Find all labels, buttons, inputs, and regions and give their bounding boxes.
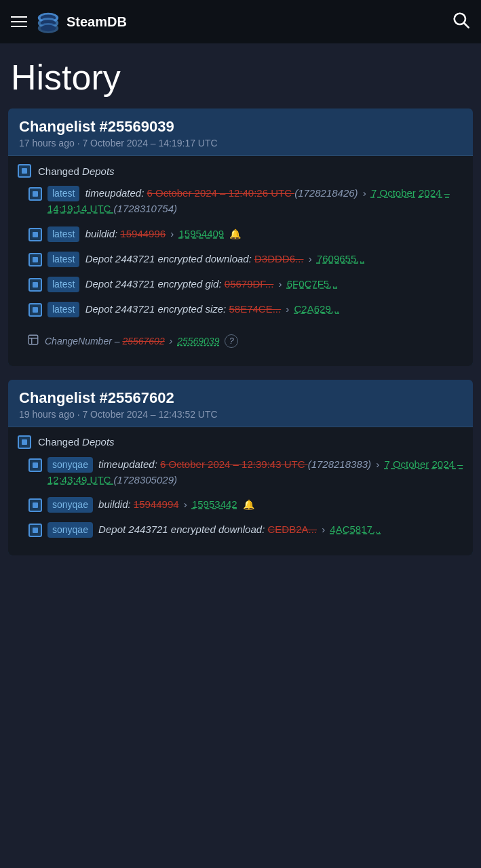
depot-rows-2: sonyqae timeupdated: 6 October 2024 – 12… (18, 457, 463, 538)
app-header: SteamDB (0, 0, 481, 43)
new-buildid-2[interactable]: 15953442 (192, 498, 237, 510)
depot-row-size-1: latest Depot 2443721 encrypted size: 58E… (28, 302, 463, 317)
steamdb-logo-icon (35, 9, 61, 35)
row-content-4: latest Depot 2443721 encrypted size: 58E… (47, 302, 463, 317)
svg-line-7 (464, 23, 468, 27)
row-bullet-3 (28, 278, 42, 292)
notify-icon-2[interactable]: 🔔 (243, 499, 254, 510)
changelist-header-1: Changelist #25569039 17 hours ago · 7 Oc… (8, 108, 473, 156)
changelist-time-1: 17 hours ago · 7 October 2024 – 14:19:17… (19, 138, 462, 149)
old-buildid-1[interactable]: 15944996 (120, 228, 166, 239)
depot-row-timeupdated-2: sonyqae timeupdated: 6 October 2024 – 12… (28, 457, 463, 488)
badge2-2: sonyqae (47, 522, 93, 538)
svg-point-5 (41, 25, 56, 32)
old-gid-1: 05679DF... (225, 278, 274, 290)
row-content-1: latest buildid: 15944996 › 15954409 🔔 (47, 226, 463, 242)
badge-2: latest (47, 252, 79, 267)
logo-text: SteamDB (66, 14, 127, 30)
changed-header-1: Changed Depots (18, 164, 463, 178)
changelist-card-1: Changelist #25569039 17 hours ago · 7 Oc… (8, 108, 473, 366)
row-bullet-4 (28, 303, 42, 317)
new-download-2: 4AC5817... (330, 524, 381, 535)
badge-3: latest (47, 277, 79, 292)
changed-header-2: Changed Depots (18, 435, 463, 449)
header-left: SteamDB (11, 9, 127, 35)
notify-icon-1[interactable]: 🔔 (229, 229, 241, 239)
depot-row-gid-1: latest Depot 2443721 encrypted gid: 0567… (28, 277, 463, 292)
old-download-1: D3DDD6... (254, 253, 304, 264)
bullet-icon-2 (18, 435, 31, 449)
changed-label-1: Changed Depots (38, 165, 115, 177)
row2-bullet-0 (28, 458, 42, 472)
depot-row-timeupdated-1: latest timeupdated: 6 October 2024 – 12:… (28, 186, 463, 217)
changed-label-2: Changed Depots (38, 436, 115, 448)
search-button[interactable] (451, 10, 470, 33)
row-content-2: latest Depot 2443721 encrypted download:… (47, 252, 463, 267)
old-buildid-2[interactable]: 15944994 (134, 498, 179, 510)
row2-bullet-1 (28, 498, 42, 512)
row-content-3: latest Depot 2443721 encrypted gid: 0567… (47, 277, 463, 292)
badge-0: latest (47, 186, 79, 201)
changenumber-footer-1: ChangeNumber – 25567602 › 25569039 ? (18, 327, 463, 358)
old-timeupdated-2: 6 October 2024 – 12:39:43 UTC (160, 458, 308, 470)
row2-content-2: sonyqae Depot 2443721 encrypted download… (47, 522, 463, 538)
changelist-title-2: Changelist #25567602 (19, 389, 462, 407)
row2-content-1: sonyqae buildid: 15944994 › 15953442 🔔 (47, 497, 463, 513)
changelist-header-2: Changelist #25567602 19 hours ago · 7 Oc… (8, 380, 473, 427)
bullet-icon (18, 164, 31, 178)
row-bullet-0 (28, 187, 42, 201)
logo-container[interactable]: SteamDB (35, 9, 127, 35)
changed-section-1: Changed Depots latest timeupdated: 6 Oct… (8, 156, 473, 366)
new-size-1: C2A629... (294, 303, 340, 315)
changelist-card-2: Changelist #25567602 19 hours ago · 7 Oc… (8, 380, 473, 556)
new-download-1: 7609655... (317, 253, 365, 264)
row-bullet-1 (28, 228, 42, 241)
depot-row-buildid-1: latest buildid: 15944996 › 15954409 🔔 (28, 226, 463, 242)
page-title: History (0, 43, 481, 108)
changenumber-icon (27, 334, 39, 349)
new-gid-1: 6F0C7F5... (287, 278, 338, 290)
old-download-2: CEDB2A... (267, 524, 317, 535)
depot-row-download-1: latest Depot 2443721 encrypted download:… (28, 252, 463, 267)
row-bullet-2 (28, 253, 42, 267)
changelist-time-2: 19 hours ago · 7 October 2024 – 12:43:52… (19, 409, 462, 420)
row2-content-0: sonyqae timeupdated: 6 October 2024 – 12… (47, 457, 463, 488)
badge2-0: sonyqae (47, 457, 93, 473)
depot-rows-1: latest timeupdated: 6 October 2024 – 12:… (18, 186, 463, 317)
old-timeupdated-1: 6 October 2024 – 12:40:26 UTC (147, 187, 295, 199)
depot-row-buildid-2: sonyqae buildid: 15944994 › 15953442 🔔 (28, 497, 463, 513)
depot-row-download-2: sonyqae Depot 2443721 encrypted download… (28, 522, 463, 538)
new-buildid-1[interactable]: 15954409 (178, 228, 224, 239)
hamburger-menu-button[interactable] (11, 16, 27, 27)
changed-section-2: Changed Depots sonyqae timeupdated: 6 Oc… (8, 427, 473, 556)
badge-4: latest (47, 302, 79, 317)
badge-1: latest (47, 226, 79, 242)
badge2-1: sonyqae (47, 497, 93, 513)
row-content-0: latest timeupdated: 6 October 2024 – 12:… (47, 186, 463, 217)
row2-bullet-2 (28, 524, 42, 537)
changelist-title-1: Changelist #25569039 (19, 118, 462, 136)
changelist-list: Changelist #25569039 17 hours ago · 7 Oc… (0, 108, 481, 555)
changenumber-old-1[interactable]: 25567602 (122, 336, 164, 347)
changenumber-new-1[interactable]: 25569039 (177, 336, 219, 347)
old-size-1: 58E74CE... (229, 303, 281, 315)
svg-rect-8 (28, 335, 38, 344)
help-icon-1[interactable]: ? (225, 334, 238, 348)
